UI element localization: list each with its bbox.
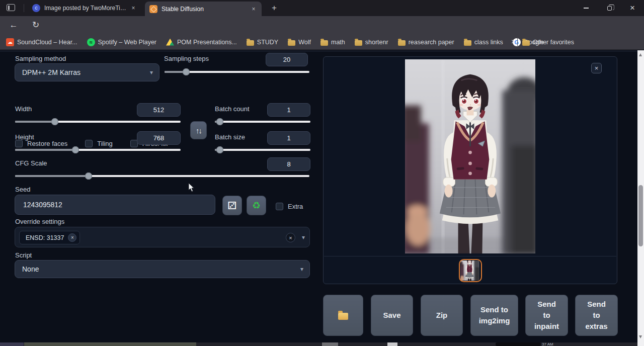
- tab-stable-diffusion[interactable]: Stable Diffusion ×: [145, 2, 262, 16]
- slider-handle[interactable]: [216, 146, 223, 153]
- drive-icon: [166, 39, 174, 46]
- seed-input[interactable]: 1243095812: [15, 195, 215, 215]
- random-seed-button[interactable]: ⚂: [222, 196, 242, 215]
- extra-seed-option[interactable]: Extra: [276, 203, 303, 210]
- override-dropdown-caret[interactable]: [302, 234, 305, 241]
- browser-toolbar: ← ↻ 127.0.0.1:7860 A⁾⁾☆ O»♣IAADS⊙YM☆⋯b: [0, 16, 644, 34]
- sampling-steps-value[interactable]: 20: [266, 53, 308, 66]
- width-slider[interactable]: [15, 118, 181, 125]
- slider-fill: [15, 175, 89, 177]
- window-restore-button[interactable]: [598, 0, 621, 16]
- sampling-steps-slider[interactable]: [165, 68, 309, 75]
- close-preview-button[interactable]: [591, 63, 602, 73]
- sampling-steps-label: Sampling steps: [164, 55, 209, 62]
- generated-image[interactable]: [405, 59, 535, 253]
- script-value: None: [22, 265, 39, 273]
- bookmark-label: shortenr: [365, 39, 388, 46]
- bookmark-folder-class-links[interactable]: class links: [464, 39, 503, 46]
- batch-count-label: Batch count: [215, 105, 250, 113]
- window-close-button[interactable]: [621, 0, 644, 16]
- recycle-icon: ♻: [252, 200, 261, 211]
- batch-size-label: Batch size: [215, 133, 245, 141]
- bookmark-spotify[interactable]: ≈Spotify – Web Player: [87, 38, 157, 46]
- clear-override-icon[interactable]: [286, 233, 295, 242]
- remove-token-icon[interactable]: [68, 233, 76, 242]
- slider-handle[interactable]: [85, 172, 92, 180]
- bookmark-folder-wolf[interactable]: Wolf: [288, 39, 311, 46]
- height-slider[interactable]: [15, 146, 181, 153]
- slider-track: [215, 121, 310, 123]
- restore-icon: [607, 6, 612, 11]
- slider-handle[interactable]: [216, 118, 223, 125]
- slider-track: [215, 149, 310, 151]
- other-favorites-button[interactable]: Other favorites: [522, 34, 574, 50]
- reuse-seed-button[interactable]: ♻: [247, 196, 266, 215]
- dice-icon: ⚂: [227, 200, 236, 212]
- override-token[interactable]: ENSD: 31337: [19, 231, 80, 244]
- scrollbar-thumb[interactable]: [638, 185, 643, 246]
- gallery-divider: [324, 256, 616, 256]
- horizontal-scrollbar-thumb[interactable]: [24, 342, 196, 346]
- bookmarks-overflow-chevron[interactable]: [508, 37, 517, 47]
- taskbar-widget-fragment: [496, 342, 541, 346]
- width-label: Width: [15, 105, 32, 113]
- batch-size-value[interactable]: 1: [267, 131, 310, 145]
- tab-close-icon[interactable]: ×: [129, 4, 137, 12]
- tab-actions-button[interactable]: [7, 4, 16, 12]
- bookmark-soundcloud[interactable]: ☁SoundCloud – Hear...: [6, 38, 77, 46]
- bookmark-folder-math[interactable]: math: [320, 39, 345, 46]
- swap-width-height-button[interactable]: ↑↓: [190, 121, 207, 139]
- tab-image-posted[interactable]: Image posted by TwoMoreTimes ×: [28, 0, 141, 16]
- vertical-scrollbar[interactable]: [637, 50, 644, 346]
- folder-icon: [522, 40, 530, 46]
- gallery-thumbnail-selected[interactable]: [459, 259, 482, 282]
- sampling-method-dropdown[interactable]: DPM++ 2M Karras: [15, 63, 159, 81]
- bookmark-pom-presentations[interactable]: POM Presentations...: [166, 39, 237, 46]
- thumbnail-image: [460, 261, 480, 281]
- bookmark-label: SoundCloud – Hear...: [17, 39, 77, 46]
- bookmark-folder-study[interactable]: STUDY: [247, 39, 278, 46]
- slider-handle[interactable]: [183, 68, 190, 75]
- section-divider: [0, 51, 637, 51]
- window-minimize-button[interactable]: [575, 0, 598, 16]
- tab-favicon: [32, 4, 40, 12]
- open-output-folder-button[interactable]: [323, 295, 363, 336]
- refresh-button[interactable]: ↻: [29, 19, 42, 32]
- override-settings-label: Override settings: [15, 218, 64, 225]
- slider-handle[interactable]: [51, 118, 58, 125]
- taskbar-icon-fragment: [387, 342, 397, 346]
- send-to-img2img-button[interactable]: Send toimg2img: [470, 295, 518, 336]
- send-to-inpaint-button[interactable]: Sendtoinpaint: [525, 295, 568, 336]
- tab-close-icon[interactable]: ×: [250, 5, 258, 13]
- send-to-extras-button[interactable]: Sendtoextras: [575, 295, 618, 336]
- batch-count-slider[interactable]: [215, 118, 310, 125]
- tab-title: Stable Diffusion: [162, 6, 250, 13]
- gradio-favicon: [149, 5, 157, 13]
- cfg-scale-label: CFG Scale: [15, 159, 47, 167]
- extra-checkbox[interactable]: [276, 203, 283, 210]
- override-settings-box[interactable]: ENSD: 31337: [15, 227, 310, 247]
- window-controls: [575, 0, 644, 16]
- scroll-down-arrow[interactable]: [639, 335, 642, 338]
- batch-count-value[interactable]: 1: [267, 103, 310, 117]
- cfg-scale-value[interactable]: 8: [267, 157, 310, 171]
- bookmark-folder-shortenr[interactable]: shortenr: [355, 39, 388, 46]
- back-button[interactable]: ←: [7, 19, 20, 32]
- script-dropdown[interactable]: None: [15, 260, 310, 278]
- folder-icon: [398, 40, 406, 46]
- zip-button[interactable]: Zip: [421, 295, 463, 336]
- folder-icon: [338, 313, 348, 320]
- screen: Image posted by TwoMoreTimes × Stable Di…: [0, 0, 644, 346]
- save-button[interactable]: Save: [371, 295, 413, 336]
- slider-handle[interactable]: [72, 146, 79, 153]
- scroll-up-arrow[interactable]: [639, 53, 642, 56]
- bookmark-folder-reasearch-paper[interactable]: reasearch paper: [398, 39, 454, 46]
- taskbar-clock-fragment: 37 AM: [542, 342, 553, 346]
- cfg-scale-slider[interactable]: [15, 172, 309, 180]
- height-value[interactable]: 768: [137, 131, 181, 145]
- bookmark-label: Wolf: [298, 39, 311, 46]
- new-tab-button[interactable]: [268, 3, 280, 15]
- batch-size-slider[interactable]: [215, 146, 310, 153]
- folder-icon: [320, 40, 328, 46]
- width-value[interactable]: 512: [137, 103, 181, 117]
